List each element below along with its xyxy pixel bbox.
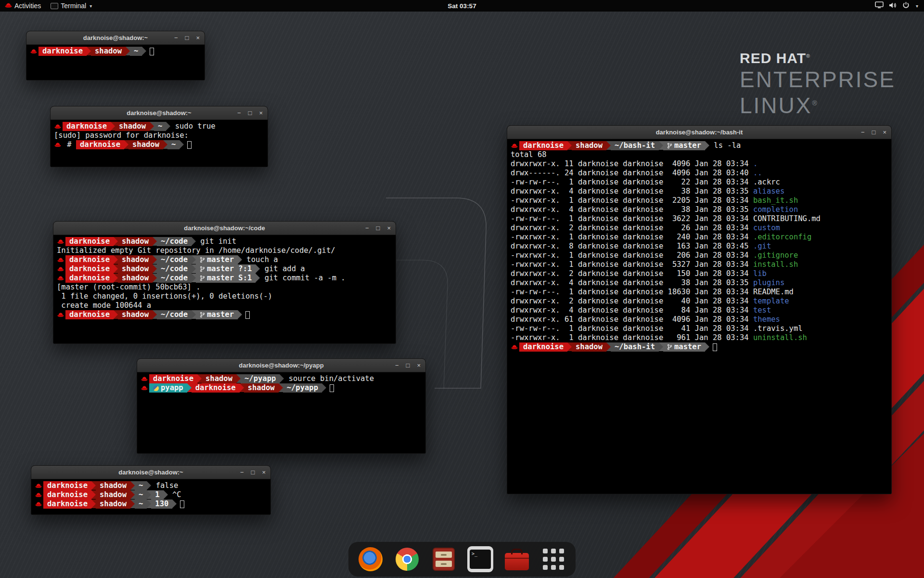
terminal-text: false xyxy=(151,481,178,490)
close-button[interactable]: × xyxy=(417,362,421,368)
prompt-text: ~/code xyxy=(161,255,188,264)
prompt-text: darknoise xyxy=(69,255,110,264)
terminal-text: custom xyxy=(753,223,780,233)
terminal-line: darknoiseshadow~/codemaster S:1 git comm… xyxy=(57,274,394,283)
terminal-content[interactable]: darknoiseshadow~ sudo true[sudo] passwor… xyxy=(51,120,268,167)
powerline-separator xyxy=(114,237,118,246)
prompt-text: shadow xyxy=(576,141,603,150)
terminal-window-0: darknoise@shadow:~−□×darknoiseshadow~ xyxy=(26,31,205,80)
prompt-segment-path: ~/pyapp xyxy=(241,374,280,383)
window-title: darknoise@shadow:~ xyxy=(127,109,191,117)
activities-button[interactable]: Activities xyxy=(0,0,46,12)
terminal-content[interactable]: darknoiseshadow~/code git initInitialize… xyxy=(53,235,396,343)
prompt-text: ~/pyapp xyxy=(287,383,318,393)
titlebar[interactable]: darknoise@shadow:~/bash-it−□× xyxy=(507,126,891,139)
prompt-segment-git: master S:1 xyxy=(196,274,256,283)
titlebar[interactable]: darknoise@shadow:~−□× xyxy=(51,106,268,120)
prompt-segment-path: ~/code xyxy=(157,264,192,274)
terminal-content[interactable]: darknoiseshadow~/pyapp source bin/activa… xyxy=(137,372,425,453)
maximize-button[interactable]: □ xyxy=(872,129,876,135)
close-button[interactable]: × xyxy=(259,110,263,116)
toolbox-icon xyxy=(505,553,529,570)
terminal-text: -rw-rw-r--. 1 darknoise darknoise 41 Jan… xyxy=(511,324,753,333)
prompt-segment-venv: pyapp xyxy=(149,383,187,393)
brand-reg-mark: ® xyxy=(806,53,810,59)
powerline-separator xyxy=(153,255,157,264)
powerline-separator xyxy=(705,342,709,351)
terminal-text: touch a xyxy=(242,255,278,264)
close-button[interactable]: × xyxy=(196,35,200,41)
brand-redhat: RED HAT® xyxy=(740,50,896,66)
powerline-separator xyxy=(659,141,663,150)
close-button[interactable]: × xyxy=(262,469,266,475)
prompt-segment-user: darknoise xyxy=(519,342,567,352)
cursor xyxy=(245,311,250,319)
terminal-content[interactable]: darknoiseshadow~ xyxy=(26,45,205,80)
prompt-segment-host: shadow xyxy=(96,499,130,509)
close-button[interactable]: × xyxy=(883,129,886,135)
terminal-content[interactable]: darknoiseshadow~ falsedarknoiseshadow~1 … xyxy=(31,479,270,514)
dock-item-app-grid[interactable] xyxy=(540,546,567,573)
powerline-separator xyxy=(192,310,196,319)
terminal-line: darknoiseshadow~/codemaster touch a xyxy=(57,255,394,264)
close-button[interactable]: × xyxy=(387,225,391,231)
powerline-separator xyxy=(172,499,177,508)
rhel-branding: RED HAT® ENTERPRISE LINUX® xyxy=(740,50,896,119)
minimize-button[interactable]: − xyxy=(240,469,244,475)
prompt-segment-path: ~/bash-it xyxy=(611,342,659,352)
titlebar[interactable]: darknoise@shadow:~/pyapp−□× xyxy=(137,359,425,372)
minimize-button[interactable]: − xyxy=(174,35,178,41)
prompt-text: ~ xyxy=(158,122,162,131)
maximize-button[interactable]: □ xyxy=(248,110,252,116)
prompt-segment-user: darknoise xyxy=(192,383,240,393)
prompt-segment-git: master xyxy=(196,310,238,319)
titlebar[interactable]: darknoise@shadow:~−□× xyxy=(31,466,270,479)
prompt-text: darknoise xyxy=(80,140,120,149)
terminal-text: drwxrwxr-x. 4 darknoise darknoise 38 Jan… xyxy=(511,205,753,214)
prompt-segment-host: shadow xyxy=(118,264,153,274)
terminal-line: darknoiseshadow~/bash-itmaster xyxy=(511,342,889,352)
dock-item-files[interactable] xyxy=(430,546,457,573)
maximize-button[interactable]: □ xyxy=(376,225,380,231)
terminal-text: ls -la xyxy=(709,141,741,150)
power-icon xyxy=(902,1,910,10)
terminal-content[interactable]: darknoiseshadow~/bash-itmaster ls -latot… xyxy=(507,139,891,494)
terminal-line: -rw-rw-r--. 1 darknoise darknoise 18630 … xyxy=(511,288,889,297)
terminal-line: darknoiseshadow~ xyxy=(30,47,203,56)
window-controls: −□× xyxy=(395,359,421,372)
terminal-text: .editorconfig xyxy=(753,233,811,242)
powerline-separator xyxy=(114,264,118,273)
dock-item-toolbox[interactable] xyxy=(503,546,530,573)
maximize-button[interactable]: □ xyxy=(185,35,189,41)
system-status-area[interactable]: ▾ xyxy=(872,0,921,12)
terminal-line: Initialized empty Git repository in /hom… xyxy=(57,246,394,255)
prompt-text: darknoise xyxy=(47,481,88,490)
minimize-button[interactable]: − xyxy=(237,110,241,116)
minimize-button[interactable]: − xyxy=(395,362,399,368)
maximize-button[interactable]: □ xyxy=(406,362,410,368)
powerline-separator xyxy=(153,310,157,319)
dock-item-chrome[interactable] xyxy=(394,546,421,573)
powerline-separator xyxy=(606,141,611,150)
terminal-line: 1 file changed, 0 insertions(+), 0 delet… xyxy=(57,292,394,301)
maximize-button[interactable]: □ xyxy=(251,469,255,475)
terminal-line: darknoiseshadow~1 ^C xyxy=(35,490,269,499)
powerline-separator xyxy=(180,140,184,149)
app-menu-terminal[interactable]: Terminal ▾ xyxy=(46,0,97,12)
powerline-separator xyxy=(126,47,130,55)
clock[interactable]: Sat 03:57 xyxy=(448,2,476,10)
minimize-button[interactable]: − xyxy=(861,129,865,135)
prompt-text: shadow xyxy=(95,47,122,56)
terminal-window-1: darknoise@shadow:~−□×darknoiseshadow~ su… xyxy=(50,106,268,167)
terminal-text: drwxrwxr-x. 4 darknoise darknoise 38 Jan… xyxy=(511,187,753,196)
prompt-segment-exitc: 130 xyxy=(151,499,172,509)
dock: >_ xyxy=(348,542,576,577)
dock-item-terminal[interactable]: >_ xyxy=(467,546,494,573)
dock-item-firefox[interactable] xyxy=(357,546,384,573)
titlebar[interactable]: darknoise@shadow:~/code−□× xyxy=(53,222,396,235)
titlebar[interactable]: darknoise@shadow:~−□× xyxy=(26,31,205,45)
minimize-button[interactable]: − xyxy=(365,225,369,231)
app-menu-label: Terminal xyxy=(61,2,86,10)
prompt-segment-user: darknoise xyxy=(65,237,114,246)
terminal-text: -rwxrwxr-x. 1 darknoise darknoise 240 Ja… xyxy=(511,233,753,242)
